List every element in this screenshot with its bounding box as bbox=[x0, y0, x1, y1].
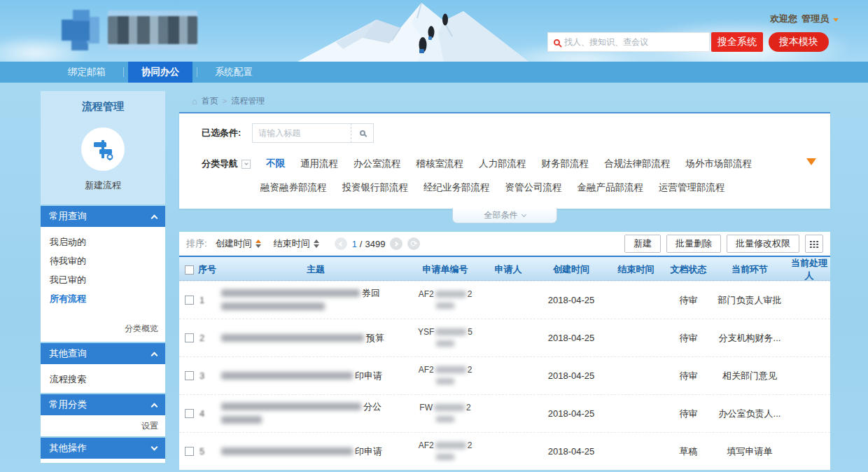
sort-by-end[interactable]: 结束时间 bbox=[274, 237, 319, 250]
subject-cell[interactable]: 预算 bbox=[221, 332, 410, 344]
refresh-icon: ⟳ bbox=[410, 240, 417, 248]
code-prefix: AF2 bbox=[419, 289, 434, 300]
prev-page-button[interactable] bbox=[335, 237, 347, 250]
search-input[interactable] bbox=[564, 37, 704, 47]
search-system-button[interactable]: 搜全系统 bbox=[711, 32, 763, 52]
sidebar-section-other-query[interactable]: 其他查询 bbox=[41, 343, 165, 364]
sidebar-link-settings[interactable]: 设置 bbox=[41, 417, 165, 435]
category-general[interactable]: 通用流程 bbox=[300, 157, 338, 171]
sidebar-item-pending-my-review[interactable]: 待我审的 bbox=[41, 251, 165, 270]
breadcrumb-home[interactable]: 首页 bbox=[202, 95, 218, 107]
sidebar-section-other-ops[interactable]: 其他操作 bbox=[41, 438, 165, 459]
breadcrumb-current: 流程管理 bbox=[231, 95, 265, 107]
sidebar-item-my-started[interactable]: 我启动的 bbox=[41, 232, 165, 251]
category-operations[interactable]: 运营管理部流程 bbox=[659, 181, 725, 195]
batch-delete-button[interactable]: 批量删除 bbox=[666, 235, 721, 253]
sort-by-created[interactable]: 创建时间 bbox=[216, 237, 261, 250]
category-otc-market[interactable]: 场外市场部流程 bbox=[686, 157, 752, 171]
subject-cell[interactable]: 印申请 bbox=[221, 445, 410, 457]
common-category-list: 设置 bbox=[41, 415, 165, 436]
row-checkbox[interactable] bbox=[185, 333, 194, 342]
category-office[interactable]: 办公室流程 bbox=[354, 157, 401, 171]
category-compliance-legal[interactable]: 合规法律部流程 bbox=[604, 157, 671, 171]
category-margin-trading[interactable]: 融资融券部流程 bbox=[260, 181, 327, 195]
refresh-button[interactable]: ⟳ bbox=[407, 237, 420, 250]
sidebar-new-flow-label[interactable]: 新建流程 bbox=[41, 179, 165, 192]
status-cell: 待审 bbox=[666, 408, 711, 420]
category-brokerage[interactable]: 经纪业务部流程 bbox=[424, 181, 490, 195]
category-investment-banking[interactable]: 投资银行部流程 bbox=[342, 181, 409, 195]
redacted-text bbox=[221, 416, 262, 424]
row-checkbox[interactable] bbox=[185, 296, 194, 305]
request-code-cell: FW2 bbox=[410, 403, 480, 425]
new-button[interactable]: 新建 bbox=[624, 235, 661, 253]
sidebar-item-reviewed-by-me[interactable]: 我已审的 bbox=[41, 270, 165, 289]
grid-view-button[interactable] bbox=[805, 235, 823, 253]
col-创建时间: 创建时间 bbox=[536, 263, 606, 276]
tab-system-config[interactable]: 系统配置 bbox=[202, 62, 266, 83]
category-unlimited[interactable]: 不限 bbox=[266, 157, 285, 171]
category-nav-toggle[interactable]: 分类导航 bbox=[202, 158, 251, 170]
row-checkbox[interactable] bbox=[185, 409, 194, 418]
batch-modify-permission-button[interactable]: 批量修改权限 bbox=[727, 235, 799, 253]
page-indicator: 1 / 3499 bbox=[352, 239, 386, 249]
subject-cell[interactable]: 分公 bbox=[221, 401, 410, 426]
table-header-row: 序号 主题 申请单编号 申请人 创建时间 结束时间 文档状态 当前环节 当前处理… bbox=[179, 257, 830, 281]
sidebar-footer-strip bbox=[41, 459, 165, 463]
status-cell: 草稿 bbox=[666, 445, 711, 458]
table-row[interactable]: 5 印申请 AF22 2018-04-25 草稿 填写申请单 bbox=[179, 432, 830, 470]
table-row[interactable]: 1 券回 AF22 2018-04-25 待审 部门负责人审批 bbox=[179, 281, 830, 319]
next-page-button[interactable] bbox=[390, 237, 402, 250]
subject-cell[interactable]: 券回 bbox=[221, 287, 410, 313]
tab-collaborative-office[interactable]: 协同办公 bbox=[128, 62, 192, 83]
code-suffix: 2 bbox=[468, 440, 472, 451]
tab-bind-mailbox[interactable]: 绑定邮箱 bbox=[55, 62, 119, 83]
breadcrumb: ⌂ 首页 > 流程管理 bbox=[179, 92, 830, 109]
logo-text-pixelated bbox=[108, 16, 197, 44]
row-checkbox[interactable] bbox=[185, 371, 194, 380]
search-module-button[interactable]: 搜本模块 bbox=[769, 32, 829, 52]
step-cell: 相关部门意见 bbox=[711, 370, 788, 382]
category-nav-row: 分类导航 不限 通用流程 办公室流程 稽核室流程 人力部流程 财务部流程 合规法… bbox=[193, 157, 816, 171]
title-search-button[interactable] bbox=[351, 123, 374, 143]
row-number: 1 bbox=[200, 295, 204, 305]
home-icon[interactable]: ⌂ bbox=[192, 96, 197, 106]
section-label: 其他操作 bbox=[49, 442, 87, 454]
table-row[interactable]: 4 分公 FW2 2018-04-25 待审 办公室负责人... bbox=[179, 394, 830, 432]
nav-separator bbox=[123, 67, 124, 77]
redacted-text bbox=[435, 442, 466, 449]
category-financial-products[interactable]: 金融产品部流程 bbox=[578, 181, 644, 195]
category-list-row1: 不限 通用流程 办公室流程 稽核室流程 人力部流程 财务部流程 合规法律部流程 … bbox=[266, 157, 752, 171]
user-menu[interactable]: 欢迎您 管理员 bbox=[770, 13, 839, 25]
sidebar-item-flow-search[interactable]: 流程搜索 bbox=[41, 370, 165, 389]
total-pages: 3499 bbox=[365, 239, 385, 249]
all-conditions-label: 全部条件 bbox=[484, 209, 518, 221]
chevron-up-icon bbox=[151, 403, 158, 410]
category-finance[interactable]: 财务部流程 bbox=[542, 157, 589, 171]
redacted-text bbox=[436, 454, 454, 460]
all-conditions-button[interactable]: 全部条件 bbox=[452, 208, 557, 223]
request-code-cell: YSF5 bbox=[410, 327, 480, 349]
redacted-text bbox=[221, 303, 325, 310]
row-checkbox[interactable] bbox=[185, 447, 194, 456]
category-audit[interactable]: 稽核室流程 bbox=[416, 157, 464, 171]
sidebar-item-all-flows[interactable]: 所有流程 bbox=[41, 289, 165, 308]
table-row[interactable]: 3 印申请 AF22 2018-04-25 待审 相关部门意见 bbox=[179, 356, 830, 394]
sidebar-section-common-query[interactable]: 常用查询 bbox=[41, 206, 165, 227]
page: 欢迎您 管理员 搜全系统 搜本模块 绑定邮箱 协同办公 系统配置 流程管理 bbox=[0, 0, 868, 472]
table-row[interactable]: 2 预算 YSF5 2018-04-25 待审 分支机构财务... bbox=[179, 319, 830, 356]
grid-icon bbox=[809, 240, 819, 248]
select-all-checkbox[interactable] bbox=[185, 265, 194, 275]
expand-triangle-icon[interactable] bbox=[806, 158, 816, 165]
chevron-down-icon bbox=[833, 18, 839, 22]
title-search-input[interactable] bbox=[252, 123, 351, 143]
sidebar-section-common-category[interactable]: 常用分类 bbox=[41, 394, 165, 415]
category-asset-management[interactable]: 资管公司流程 bbox=[505, 181, 562, 195]
subject-cell[interactable]: 印申请 bbox=[221, 370, 410, 382]
col-主题: 主题 bbox=[221, 263, 410, 276]
sidebar-link-category-overview[interactable]: 分类概览 bbox=[41, 319, 165, 338]
redacted-text bbox=[435, 366, 466, 373]
row-number: 5 bbox=[200, 446, 204, 457]
category-hr[interactable]: 人力部流程 bbox=[479, 157, 526, 171]
new-flow-icon-circle[interactable] bbox=[81, 127, 125, 171]
